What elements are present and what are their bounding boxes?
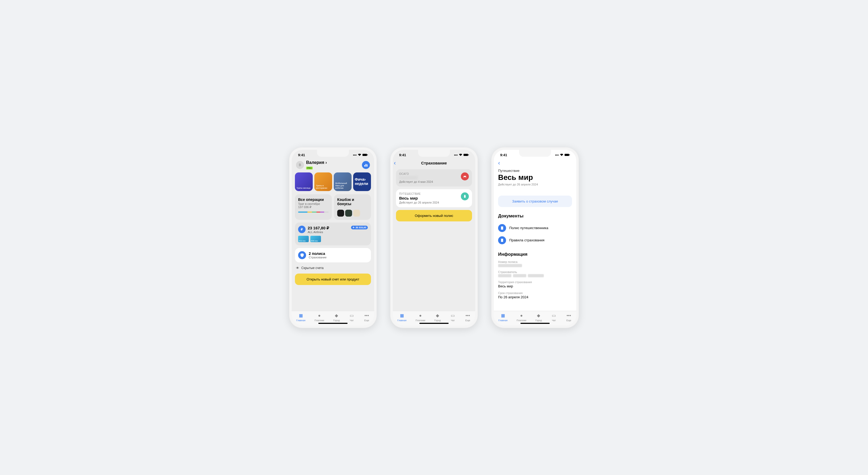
story-feature-week[interactable]: Фича› недели — [353, 173, 371, 191]
story-spending-month[interactable]: Траты месяца — [295, 173, 313, 191]
info-label-period: Срок страхования — [498, 291, 572, 295]
document-row-policy[interactable]: Полис путешественника — [498, 222, 572, 234]
hidden-label: Скрытые счета — [301, 266, 323, 270]
svg-rect-3 — [366, 164, 367, 167]
payments-icon: ● — [417, 313, 423, 319]
cashback-title: Кэшбэк и бонусы — [337, 198, 368, 206]
home-indicator — [420, 323, 448, 324]
home-icon: ▦ — [500, 313, 506, 319]
status-icons: ▪▪▪ — [555, 153, 570, 157]
policy-valid: Действует до 26 апреля 2024 — [399, 201, 458, 204]
svg-rect-8 — [464, 195, 466, 198]
all-operations-card[interactable]: Все операции Трат в сентябре 137 036 ₽ — [295, 194, 332, 220]
stats-button[interactable] — [362, 161, 370, 169]
tab-city[interactable]: ◆Город — [333, 313, 340, 322]
clock: 9:41 — [399, 153, 406, 157]
ops-chart — [298, 212, 329, 213]
phone-mockup-1: 9:41 ▪▪▪ В Валерия › PRO — [289, 147, 377, 328]
payments-icon: ● — [519, 313, 524, 319]
open-account-button[interactable]: Открыть новый счет или продукт — [295, 273, 371, 285]
home-indicator — [520, 323, 550, 324]
stories-row: Траты месяца Траты в ресторанах Мобильны… — [295, 173, 371, 191]
policy-valid: Действует до 4 мая 2024 — [399, 180, 458, 183]
svg-rect-1 — [367, 154, 368, 155]
policy-category: ОСАГО — [399, 173, 458, 175]
wifi-icon — [358, 153, 362, 156]
svg-rect-0 — [363, 154, 367, 156]
notch — [317, 150, 349, 157]
account-card[interactable]: ₽ 23 167,80 ₽ ALL Airlines ✈ 35 533,93 0… — [295, 222, 371, 245]
svg-text:₽: ₽ — [301, 228, 303, 231]
cellular-icon: ▪▪▪ — [555, 153, 559, 157]
document-label: Правила страхования — [509, 238, 545, 242]
insurance-card[interactable]: 2 полиса Страхование — [295, 248, 371, 262]
profile-header[interactable]: В Валерия › PRO — [295, 158, 371, 173]
cashback-card[interactable]: Кэшбэк и бонусы — [334, 194, 371, 220]
tab-city[interactable]: ◆Город — [535, 313, 542, 322]
claim-button[interactable]: Заявить о страховом случае — [498, 196, 572, 207]
svg-rect-7 — [468, 154, 469, 155]
home-icon: ▦ — [399, 313, 405, 319]
chat-icon: ▭ — [551, 313, 557, 319]
tab-payments[interactable]: ●Платежи — [315, 313, 324, 322]
tab-payments[interactable]: ●Платежи — [416, 313, 426, 322]
info-label-territory: Территория страхования — [498, 280, 572, 284]
battery-icon — [363, 153, 368, 156]
city-icon: ◆ — [435, 313, 440, 319]
clock: 9:41 — [500, 153, 507, 157]
new-policy-button[interactable]: Оформить новый полис — [396, 210, 472, 221]
page-title: Страхование — [394, 161, 474, 165]
insurance-title: 2 полиса — [309, 251, 327, 256]
policy-category: ПУТЕШЕСТВИЕ — [399, 192, 458, 195]
svg-rect-11 — [569, 154, 570, 155]
cashback-dot — [337, 210, 344, 217]
tab-more[interactable]: •••Еще — [364, 313, 370, 322]
cashback-dot — [353, 210, 360, 217]
tab-payments[interactable]: ●Платежи — [517, 313, 527, 322]
document-label: Полис путешественника — [509, 226, 548, 230]
tab-city[interactable]: ◆Город — [434, 313, 441, 322]
info-value-period: По 26 апреля 2024 — [498, 295, 572, 299]
hidden-accounts-row[interactable]: 👁 Скрытые счета — [295, 266, 371, 273]
svg-rect-2 — [364, 165, 365, 167]
chat-icon: ▭ — [450, 313, 456, 319]
tab-more[interactable]: •••Еще — [566, 313, 572, 322]
tab-home[interactable]: ▦Главная — [397, 313, 406, 322]
more-icon: ••• — [465, 313, 471, 319]
story-kids-bank[interactable]: Мобильный банк для ребенка — [334, 173, 351, 191]
home-indicator — [318, 323, 348, 324]
phone-mockup-2: 9:41 ▪▪▪ ‹ Страхование ОСАГО Действует д… — [390, 147, 478, 328]
battery-icon — [565, 153, 570, 156]
mini-card[interactable]: 0012 мир — [298, 236, 309, 242]
mini-card[interactable]: 5506 мир — [310, 236, 321, 242]
more-icon: ••• — [566, 313, 572, 319]
document-row-rules[interactable]: Правила страхования — [498, 234, 572, 246]
tab-chat[interactable]: ▭Чат — [349, 313, 355, 322]
luggage-icon — [461, 192, 469, 200]
tab-more[interactable]: •••Еще — [465, 313, 471, 322]
back-button[interactable]: ‹ — [498, 160, 504, 167]
ops-amount: 137 036 ₽ — [298, 205, 329, 209]
story-restaurants[interactable]: Траты в ресторанах — [314, 173, 332, 191]
tab-chat[interactable]: ▭Чат — [551, 313, 557, 322]
pdf-icon — [498, 236, 506, 244]
city-icon: ◆ — [334, 313, 339, 319]
info-label-insurer: Страхователь — [498, 270, 572, 273]
info-value-redacted — [498, 274, 572, 277]
ops-title: Все операции — [298, 198, 329, 202]
notch — [418, 150, 450, 157]
tab-chat[interactable]: ▭Чат — [450, 313, 456, 322]
avatar[interactable]: В — [296, 161, 304, 169]
wifi-icon — [459, 153, 462, 156]
phone-mockup-3: 9:41 ▪▪▪ ‹ Путешествие Весь мир Действуе… — [491, 147, 579, 328]
tab-home[interactable]: ▦Главная — [498, 313, 507, 322]
tab-home[interactable]: ▦Главная — [296, 313, 305, 322]
policy-card-travel[interactable]: ПУТЕШЕСТВИЕ Весь мир Действует до 26 апр… — [396, 189, 472, 207]
policy-subtitle: Путешествие — [498, 169, 572, 173]
payments-icon: ● — [316, 313, 322, 319]
ops-subtitle: Трат в сентябре — [298, 202, 329, 205]
svg-rect-9 — [465, 195, 465, 195]
more-icon: ••• — [364, 313, 370, 319]
status-icons: ▪▪▪ — [353, 153, 368, 157]
policy-card-osago[interactable]: ОСАГО Действует до 4 мая 2024 — [396, 169, 472, 186]
